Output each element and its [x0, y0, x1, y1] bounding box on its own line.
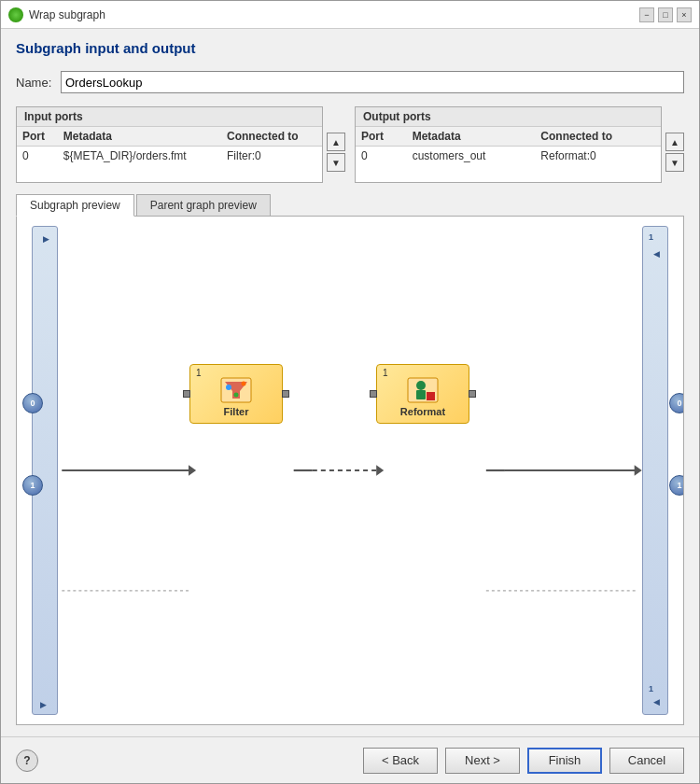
output-port-arrows: ▲ ▼ [665, 106, 684, 172]
help-button[interactable]: ? [16, 749, 38, 772]
reformat-node-icon [406, 376, 440, 404]
reformat-right-port [469, 390, 476, 398]
minimize-button[interactable]: − [639, 7, 654, 22]
svg-point-13 [242, 382, 246, 386]
input-port-row[interactable]: 0 ${META_DIR}/orders.fmt Filter:0 [17, 147, 322, 166]
output-ports-header: Output ports [356, 107, 661, 127]
output-ports-table: Port Metadata Connected to 0 customers_o… [356, 127, 661, 182]
output-panel-bottom-label: 1 [649, 684, 653, 693]
panel-top-arrow-right: ◀ [650, 247, 663, 260]
output-port-0-indicator: 0 [669, 393, 684, 413]
maximize-button[interactable]: □ [658, 7, 673, 22]
input-col-connected: Connected to [221, 127, 322, 147]
filter-node-icon [219, 376, 253, 404]
output-col-port: Port [356, 127, 407, 147]
graph-svg [17, 217, 683, 724]
panel-bottom-arrow-right: ◀ [650, 695, 663, 708]
input-port-metadata: ${META_DIR}/orders.fmt [58, 147, 221, 166]
back-button[interactable]: < Back [363, 748, 438, 774]
tab-parent-graph-preview[interactable]: Parent graph preview [136, 194, 271, 216]
output-col-metadata: Metadata [407, 127, 536, 147]
preview-section: Subgraph preview Parent graph preview [16, 194, 684, 725]
svg-rect-18 [427, 392, 435, 400]
input-port-row-empty [17, 165, 322, 182]
input-port-0-indicator: 0 [22, 393, 43, 413]
output-port-1-indicator: 1 [669, 475, 684, 496]
output-port-connected: Reformat:0 [535, 147, 661, 166]
preview-canvas: ▶ 0 1 ▶ 1 [16, 217, 684, 725]
output-col-connected: Connected to [535, 127, 661, 147]
footer-left: ? [16, 749, 38, 772]
finish-button[interactable]: Finish [527, 748, 602, 774]
name-label: Name: [16, 76, 53, 90]
input-col-port: Port [17, 127, 58, 147]
dialog-heading: Subgraph input and output [16, 40, 684, 56]
footer-right: < Back Next > Finish Cancel [363, 748, 684, 774]
filter-left-port [183, 390, 190, 398]
output-down-arrow[interactable]: ▼ [665, 153, 684, 172]
panel-bottom-label: ▶ [40, 700, 47, 709]
filter-node-label: Filter [224, 406, 249, 417]
output-port-num: 0 [356, 147, 407, 166]
input-down-arrow[interactable]: ▼ [327, 153, 345, 172]
output-panel-top-label: 1 [649, 232, 653, 242]
preview-tabs: Subgraph preview Parent graph preview [16, 194, 684, 217]
close-button[interactable]: × [677, 7, 692, 22]
app-icon [8, 7, 23, 22]
svg-rect-17 [416, 390, 426, 399]
output-up-arrow[interactable]: ▲ [665, 133, 684, 151]
input-up-arrow[interactable]: ▲ [327, 133, 345, 151]
input-ports-group: Input ports Port Metadata Connected to 0 [16, 106, 323, 183]
input-port-1-indicator: 1 [22, 475, 43, 496]
tab-subgraph-preview[interactable]: Subgraph preview [16, 194, 134, 217]
svg-point-14 [234, 393, 239, 398]
svg-point-12 [226, 385, 231, 390]
input-col-metadata: Metadata [58, 127, 221, 147]
main-window: Wrap subgraph − □ × Subgraph input and o… [0, 0, 700, 784]
output-port-row[interactable]: 0 customers_out Reformat:0 [356, 147, 661, 166]
panel-top-arrow: ▶ [39, 232, 52, 245]
filter-node[interactable]: 1 Filter [189, 364, 283, 424]
input-ports-table: Port Metadata Connected to 0 ${META_DIR}… [17, 127, 322, 182]
ports-section: Input ports Port Metadata Connected to 0 [16, 106, 684, 183]
filter-right-port [282, 390, 289, 398]
svg-marker-1 [189, 465, 196, 475]
reformat-node[interactable]: 1 Reformat [376, 364, 469, 424]
window-controls: − □ × [639, 7, 692, 22]
filter-node-number: 1 [196, 368, 202, 378]
output-ports-group: Output ports Port Metadata Connected to … [355, 106, 662, 183]
output-port-panel: 1 ◀ 0 1 1 ◀ [642, 226, 668, 715]
input-ports-header: Input ports [17, 107, 322, 127]
reformat-node-number: 1 [383, 368, 388, 378]
title-bar-left: Wrap subgraph [8, 7, 105, 22]
svg-point-16 [416, 381, 426, 390]
input-port-num: 0 [17, 147, 58, 166]
output-port-metadata: customers_out [407, 147, 536, 166]
input-port-arrows: ▲ ▼ [327, 106, 345, 172]
name-input[interactable] [61, 71, 684, 93]
window-title: Wrap subgraph [29, 8, 105, 21]
next-button[interactable]: Next > [445, 748, 520, 774]
svg-marker-4 [376, 465, 384, 475]
reformat-left-port [370, 390, 377, 398]
title-bar: Wrap subgraph − □ × [1, 1, 699, 29]
dialog-footer: ? < Back Next > Finish Cancel [1, 736, 699, 783]
input-port-panel: ▶ 0 1 ▶ [32, 226, 58, 715]
reformat-node-label: Reformat [400, 406, 445, 417]
output-port-row-empty [356, 165, 661, 182]
dialog-content: Subgraph input and output Name: Input po… [1, 29, 699, 736]
name-row: Name: [16, 71, 684, 93]
input-port-connected: Filter:0 [221, 147, 322, 166]
cancel-button[interactable]: Cancel [609, 748, 684, 774]
svg-marker-7 [635, 465, 642, 475]
